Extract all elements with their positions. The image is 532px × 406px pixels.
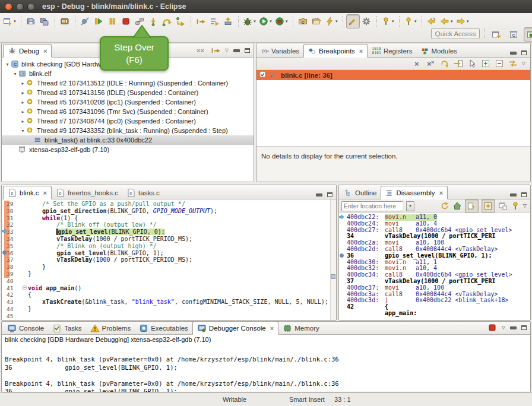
build-button[interactable] bbox=[58, 14, 72, 28]
show-breakpoints-for-selected-button[interactable] bbox=[440, 59, 449, 68]
debug-perspective-button[interactable] bbox=[524, 27, 532, 42]
line-number-gutter[interactable]: 37 bbox=[2, 256, 22, 264]
new-wizard-button[interactable]: ▼ bbox=[2, 14, 18, 28]
location-dropdown-icon[interactable]: ▼ bbox=[406, 201, 414, 211]
tab-console[interactable]: Console bbox=[3, 322, 48, 334]
terminate-button[interactable] bbox=[119, 14, 133, 28]
line-number-gutter[interactable]: 42 bbox=[2, 291, 22, 299]
line-number-gutter[interactable]: 31 bbox=[2, 215, 22, 222]
resume-button[interactable] bbox=[92, 14, 106, 28]
tab-tasks-c[interactable]: ctasks.c bbox=[122, 186, 164, 199]
debug-tree-item[interactable]: blink_task() at blink.c:33 0x400dbc22 bbox=[2, 135, 254, 145]
editor-line[interactable]: 31 while(1) { bbox=[2, 215, 336, 222]
close-tab-icon[interactable]: × bbox=[43, 47, 47, 55]
folding-gutter[interactable] bbox=[22, 285, 28, 292]
pin-console-button[interactable]: ▼ bbox=[380, 14, 396, 28]
debug-tree-item[interactable]: xtensa-esp32-elf-gdb (7.10) bbox=[2, 145, 254, 154]
remove-breakpoint-button[interactable]: × bbox=[413, 59, 422, 68]
terminate-console-button[interactable] bbox=[487, 323, 497, 332]
editor-line[interactable]: 33 gpio_set_level(BLINK_GPIO, 0); bbox=[2, 229, 336, 236]
maximize-button[interactable] bbox=[521, 192, 527, 197]
tab-executables[interactable]: Executables bbox=[135, 322, 192, 334]
line-number-gutter[interactable]: 34 bbox=[2, 236, 22, 243]
new-view-button[interactable] bbox=[498, 201, 508, 211]
breakpoints-list-area[interactable] bbox=[256, 80, 530, 146]
tab-problems[interactable]: Problems bbox=[86, 322, 135, 334]
minimize-button[interactable] bbox=[510, 52, 517, 55]
tab-registers[interactable]: 10100101Registers bbox=[368, 45, 416, 57]
tab-tasks[interactable]: Tasks bbox=[48, 322, 86, 334]
maximize-button[interactable] bbox=[327, 192, 332, 197]
breakpoint-checkbox[interactable] bbox=[259, 71, 267, 79]
line-number-gutter[interactable]: 43 bbox=[2, 299, 22, 306]
breakpoint-row[interactable]: blink.c [line: 36] bbox=[256, 70, 530, 80]
editor-line[interactable]: 42{ bbox=[2, 291, 336, 299]
link-with-debug-button[interactable] bbox=[508, 59, 518, 68]
tree-expander-icon[interactable]: ▾ bbox=[12, 71, 18, 77]
tree-expander-icon[interactable]: ▾ bbox=[4, 62, 11, 67]
tab-debug[interactable]: Debug× bbox=[3, 44, 52, 58]
run-button[interactable]: ▼ bbox=[258, 14, 274, 28]
step-return-button[interactable] bbox=[174, 14, 188, 28]
minimize-button[interactable] bbox=[233, 49, 240, 52]
last-edit-location-button[interactable] bbox=[425, 14, 439, 28]
close-tab-icon[interactable]: × bbox=[43, 189, 47, 196]
disassembly-line[interactable]: 42{ bbox=[339, 304, 530, 310]
debug-tree-item[interactable]: ▾Thread #9 1073433352 (blink_task : Runn… bbox=[2, 126, 254, 135]
editor-line[interactable]: 35 /* Blink on (output high) */ bbox=[2, 243, 336, 250]
line-number-gutter[interactable]: 33 bbox=[2, 229, 22, 236]
line-number-gutter[interactable]: 30 bbox=[2, 208, 22, 215]
open-element-button[interactable] bbox=[310, 14, 324, 28]
dropdown-caret-icon[interactable]: ▼ bbox=[285, 20, 289, 23]
editor-line[interactable]: 32 /* Blink off (output low) */ bbox=[2, 221, 336, 229]
tree-expander-icon[interactable]: ▸ bbox=[20, 81, 26, 86]
maximize-button[interactable] bbox=[521, 325, 527, 330]
line-number-gutter[interactable]: 41 bbox=[2, 285, 22, 292]
debug-tree-item[interactable]: ▸Thread #6 1073431096 (Tmr Svc) (Suspend… bbox=[2, 107, 254, 116]
disassembly-line[interactable]: 400dbc24:movia10, 4 bbox=[339, 221, 530, 227]
debug-tree-item[interactable]: ▸Thread #2 1073413512 (IDLE : Running) (… bbox=[2, 78, 254, 88]
go-to-file-button[interactable] bbox=[454, 59, 463, 68]
pin-view-button[interactable] bbox=[511, 201, 520, 211]
debug-button[interactable]: ▼ bbox=[242, 14, 258, 28]
tree-expander-icon[interactable]: ▸ bbox=[20, 90, 26, 96]
line-number-gutter[interactable]: 39 bbox=[2, 271, 22, 278]
dropdown-caret-icon[interactable]: ▼ bbox=[391, 20, 395, 23]
minimize-button[interactable] bbox=[316, 194, 322, 196]
tab-disassembly[interactable]: Disassembly× bbox=[381, 186, 448, 199]
editor-line[interactable]: 29 /* Set the GPIO as a push/pull output… bbox=[2, 201, 336, 208]
dropdown-caret-icon[interactable]: ▼ bbox=[450, 20, 454, 23]
close-button[interactable] bbox=[5, 3, 12, 11]
debug-tree-item[interactable]: ▸Thread #3 1073413156 (IDLE) (Suspended … bbox=[2, 88, 254, 97]
dropdown-caret-icon[interactable]: ▼ bbox=[335, 20, 338, 23]
suspend-button[interactable] bbox=[106, 14, 119, 28]
skip-all-breakpoints-button[interactable] bbox=[78, 14, 92, 28]
disassembly-line[interactable]: app_main: bbox=[339, 310, 530, 317]
tree-expander-icon[interactable]: ▾ bbox=[20, 128, 26, 134]
tab-modules[interactable]: Modules bbox=[417, 45, 461, 57]
editor-line[interactable]: 30 gpio_set_direction(BLINK_GPIO, GPIO_M… bbox=[2, 208, 336, 215]
minimize-button[interactable] bbox=[510, 194, 517, 196]
close-tab-icon[interactable]: × bbox=[270, 325, 274, 332]
line-number-gutter[interactable]: 38 bbox=[2, 264, 22, 271]
line-number-gutter[interactable]: 36 bbox=[2, 250, 22, 257]
gear-button[interactable] bbox=[360, 14, 373, 28]
minimize-button[interactable] bbox=[16, 3, 24, 11]
editor-line[interactable]: 43 xTaskCreate(&blink_task, "blink_task"… bbox=[2, 299, 336, 306]
line-number-gutter[interactable]: 29 bbox=[2, 201, 22, 208]
close-tab-icon[interactable]: × bbox=[359, 47, 363, 55]
external-tools-button[interactable]: ▼ bbox=[274, 14, 290, 28]
editor-line[interactable]: 45 bbox=[2, 313, 336, 320]
save-button[interactable] bbox=[24, 14, 38, 28]
collapse-all-button[interactable] bbox=[495, 59, 504, 68]
tree-expander-icon[interactable]: ▸ bbox=[20, 109, 26, 115]
maximize-button[interactable] bbox=[27, 3, 35, 11]
tab-blink-c[interactable]: cblink.c× bbox=[3, 186, 52, 199]
save-all-button[interactable] bbox=[38, 14, 52, 28]
open-perspective-button[interactable] bbox=[489, 27, 503, 42]
disassembly-line[interactable]: 400dbc37:movia10, 100 bbox=[339, 285, 530, 291]
editor-line[interactable]: 37 vTaskDelay(1000 / portTICK_PERIOD_MS)… bbox=[2, 256, 336, 264]
close-tab-icon[interactable]: × bbox=[439, 189, 443, 196]
debug-tree-item[interactable]: ▸Thread #7 1073408744 (ipc0) (Suspended … bbox=[2, 116, 254, 126]
editor-line[interactable]: 36 gpio_set_level(BLINK_GPIO, 1); bbox=[2, 250, 336, 257]
